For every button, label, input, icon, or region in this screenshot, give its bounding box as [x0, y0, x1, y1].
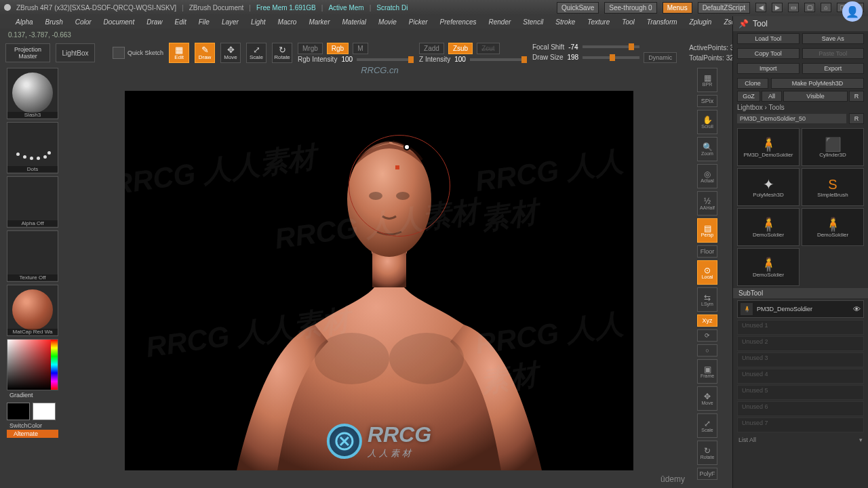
rgb-button[interactable]: Rgb	[327, 43, 349, 54]
brush-selector[interactable]: Slash3	[7, 68, 58, 119]
lsym-button[interactable]: ⇆LSym	[697, 287, 717, 312]
menus-button[interactable]: Menus	[663, 2, 692, 14]
lightbox-button[interactable]: LightBox	[56, 43, 95, 62]
scale-view-button[interactable]: ⤢Scale	[697, 413, 717, 438]
save-as-button[interactable]: Save As	[802, 33, 865, 44]
menu-stencil[interactable]: Stencil	[517, 18, 549, 26]
focal-shift-slider[interactable]	[583, 45, 639, 48]
goz-all-button[interactable]: All	[762, 91, 782, 102]
tool-thumb[interactable]: ✦PolyMesh3D	[737, 168, 800, 206]
lightbox-tools[interactable]: Lightbox › Tools	[733, 104, 868, 113]
material-selector[interactable]: MatCap Red Wa	[7, 285, 58, 336]
zsub-button[interactable]: Zsub	[448, 43, 473, 54]
make-polymesh-button[interactable]: Make PolyMesh3D	[771, 78, 864, 89]
prev-icon[interactable]: ◀	[755, 3, 766, 12]
eye-icon[interactable]: 👁	[853, 305, 861, 313]
menu-tool[interactable]: Tool	[616, 18, 641, 26]
dynamic-button[interactable]: Dynamic	[644, 52, 677, 63]
tool-thumb[interactable]: 🧍PM3D_DemoSoldier	[737, 128, 800, 166]
local-button[interactable]: ⊙Local	[697, 260, 717, 285]
next-icon[interactable]: ▶	[772, 3, 783, 12]
switch-color-button[interactable]: SwitchColor	[3, 422, 62, 430]
menu-picker[interactable]: Picker	[403, 18, 434, 26]
persp-button[interactable]: ▤Persp	[697, 218, 717, 243]
menu-document[interactable]: Document	[98, 18, 141, 26]
menu-alpha[interactable]: Alpha	[9, 18, 39, 26]
menu-layer[interactable]: Layer	[216, 18, 245, 26]
quicksave-button[interactable]: QuickSave	[557, 2, 599, 14]
subtool-header[interactable]: SubTool	[733, 288, 868, 298]
menu-macro[interactable]: Macro	[272, 18, 303, 26]
copy-tool-button[interactable]: Copy Tool	[737, 48, 800, 59]
menu-brush[interactable]: Brush	[39, 18, 69, 26]
menu-texture[interactable]: Texture	[581, 18, 616, 26]
primary-color[interactable]	[33, 403, 56, 420]
paste-tool-button[interactable]: Paste Tool	[802, 48, 865, 59]
minimize-icon[interactable]: ▢	[804, 3, 815, 12]
chevron-down-icon[interactable]: ▾	[859, 436, 863, 443]
rotate-view-button[interactable]: ↻Rotate	[697, 441, 717, 465]
spix-button[interactable]: SPix	[697, 95, 717, 107]
stroke-selector[interactable]: Dots	[7, 122, 58, 174]
goz-r-button[interactable]: R	[849, 91, 864, 102]
hue-strip[interactable]	[51, 340, 58, 390]
aahalf-button[interactable]: ½AAHalf	[697, 191, 717, 216]
goz-visible-button[interactable]: Visible	[783, 91, 848, 102]
projection-master-button[interactable]: Projection Master	[5, 43, 50, 62]
move-mode-button[interactable]: ✥Move	[220, 43, 241, 63]
home-icon[interactable]: ⌂	[821, 3, 831, 12]
pin-icon[interactable]: 📌	[738, 19, 749, 28]
frame-button[interactable]: ▣Frame	[697, 359, 717, 384]
tool-thumb[interactable]: 🧍DemoSoldier	[737, 208, 800, 246]
solo-icon[interactable]: ○	[697, 344, 717, 357]
draw-size-slider[interactable]	[583, 56, 639, 59]
tool-r-button[interactable]: R	[849, 113, 864, 124]
menu-render[interactable]: Render	[483, 18, 517, 26]
z-intensity-slider[interactable]	[470, 58, 527, 61]
tool-thumb[interactable]: 🧍DemoSoldier	[802, 208, 864, 246]
load-tool-button[interactable]: Load Tool	[737, 33, 800, 44]
xyz-button[interactable]: Xyz	[697, 314, 717, 327]
menu-draw[interactable]: Draw	[140, 18, 168, 26]
polyf-button[interactable]: PolyF	[697, 468, 717, 480]
menu-transform[interactable]: Transform	[641, 18, 684, 26]
goz-button[interactable]: GoZ	[737, 91, 760, 102]
rgb-intensity-slider[interactable]	[357, 58, 414, 61]
current-tool-name[interactable]: PM3D_DemoSoldier_50	[737, 114, 846, 123]
seethrough-button[interactable]: See-through 0	[604, 2, 656, 14]
menu-preferences[interactable]: Preferences	[434, 18, 483, 26]
draw-mode-button[interactable]: ✎Draw	[195, 43, 215, 63]
menu-zplugin[interactable]: Zplugin	[684, 18, 718, 26]
user-avatar[interactable]: 👤	[842, 1, 863, 22]
menu-material[interactable]: Material	[336, 18, 373, 26]
export-button[interactable]: Export	[802, 63, 865, 74]
color-picker[interactable]	[7, 339, 58, 390]
tool-thumb[interactable]: 🧍DemoSoldier	[737, 248, 800, 286]
rotate-mode-button[interactable]: ↻Rotate	[272, 43, 292, 63]
subtool-item[interactable]: 🧍 PM3D_DemoSoldier 👁	[737, 300, 864, 318]
scale-mode-button[interactable]: ⤢Scale	[246, 43, 267, 63]
zadd-button[interactable]: Zadd	[419, 43, 444, 54]
viewport[interactable]: RRCG 人人素材 RRCG 人人素材 RRCG 人人素材 RRCG 人人素材 …	[125, 91, 633, 470]
menu-stroke[interactable]: Stroke	[549, 18, 581, 26]
alpha-selector[interactable]: Alpha Off	[7, 176, 58, 228]
tool-thumb[interactable]: ⬛Cylinder3D	[802, 128, 864, 166]
clone-button[interactable]: Clone	[737, 78, 768, 89]
menu-file[interactable]: File	[193, 18, 216, 26]
edit-mode-button[interactable]: ▦Edit	[169, 43, 189, 63]
menu-edit[interactable]: Edit	[169, 18, 193, 26]
menu-movie[interactable]: Movie	[372, 18, 403, 26]
alternate-button[interactable]: Alternate	[7, 430, 58, 438]
m-button[interactable]: M	[353, 43, 368, 54]
floor-button[interactable]: Floor	[697, 245, 717, 258]
pf-icon[interactable]: ⟳	[697, 329, 717, 342]
move-view-button[interactable]: ✥Move	[697, 386, 717, 411]
mrgb-button[interactable]: Mrgb	[298, 43, 323, 54]
zcut-button[interactable]: Zcut	[477, 43, 499, 54]
default-zscript-button[interactable]: DefaultZScript	[698, 2, 750, 14]
actual-button[interactable]: ◎Actual	[697, 164, 717, 188]
bpr-button[interactable]: ▦BPR	[697, 68, 717, 92]
menu-marker[interactable]: Marker	[302, 18, 336, 26]
import-button[interactable]: Import	[737, 63, 800, 74]
gradient-label[interactable]: Gradient	[3, 390, 62, 401]
